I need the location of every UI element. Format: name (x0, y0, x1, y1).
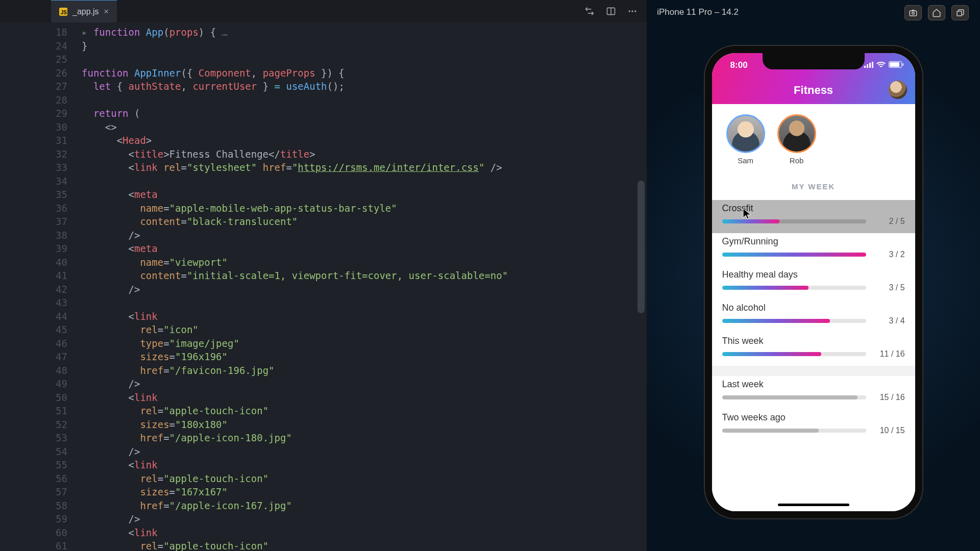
wifi-icon (876, 62, 886, 68)
status-bar-time: 8:00 (730, 60, 748, 70)
progress-fill (722, 352, 822, 356)
more-actions-icon[interactable] (627, 6, 638, 16)
progress-track (722, 286, 866, 290)
simulator-pane: iPhone 11 Pro – 14.2 8:00 Fitness (647, 0, 980, 551)
friend-sam[interactable]: Sam (726, 114, 765, 165)
goal-label: This week (722, 336, 905, 346)
svg-rect-4 (910, 11, 917, 16)
goal-row[interactable]: Gym/Running 3 / 2 (712, 233, 915, 266)
goal-label: Crossfit (722, 203, 905, 214)
goal-row[interactable]: This week 11 / 16 (712, 333, 915, 366)
goal-count: 10 / 15 (874, 426, 905, 435)
split-editor-icon[interactable] (606, 6, 616, 16)
svg-rect-6 (957, 11, 962, 16)
simulator-device-label: iPhone 11 Pro – 14.2 (657, 7, 739, 17)
friend-rob[interactable]: Rob (777, 114, 816, 165)
goal-label: Two weeks ago (722, 412, 905, 423)
iphone-device-frame: 8:00 Fitness Sam Rob (704, 45, 923, 519)
status-bar-icons (864, 61, 902, 68)
goals-list: Crossfit 2 / 5 Gym/Running 3 / 2 Healthy… (712, 200, 915, 333)
goal-count: 2 / 5 (874, 217, 905, 226)
progress-track (722, 319, 866, 323)
device-notch (763, 53, 865, 69)
scrollbar-thumb[interactable] (638, 181, 645, 313)
summary-block: This week 11 / 16 (712, 333, 915, 366)
friend-name: Rob (790, 156, 804, 165)
progress-track (722, 253, 866, 257)
code-area[interactable]: 18 24 25 26 27 28 29 30 31 32 33 34 35 3… (0, 22, 647, 551)
goal-label: Gym/Running (722, 236, 905, 247)
friend-name: Sam (738, 156, 753, 165)
home-indicator[interactable] (778, 504, 849, 506)
goal-count: 3 / 5 (874, 283, 905, 292)
goal-count: 3 / 4 (874, 316, 905, 325)
screenshot-button[interactable] (904, 5, 922, 20)
line-number-gutter: 18 24 25 26 27 28 29 30 31 32 33 34 35 3… (0, 26, 82, 551)
battery-icon (889, 61, 902, 68)
section-gap (712, 366, 915, 376)
history-block: Last week 15 / 16 Two weeks ago 10 / 15 (712, 376, 915, 442)
goal-label: No alcohol (722, 303, 905, 313)
progress-fill (722, 286, 808, 290)
goal-row[interactable]: Last week 15 / 16 (712, 376, 915, 409)
editor-tab[interactable]: JS _app.js × (51, 0, 117, 22)
progress-fill (722, 429, 819, 433)
progress-track (722, 352, 866, 356)
progress-track (722, 429, 866, 433)
svg-rect-7 (864, 66, 866, 68)
svg-point-2 (632, 10, 633, 12)
layers-button[interactable] (951, 5, 969, 20)
app-body: Sam Rob MY WEEK Crossfit 2 / 5 Gym/Runni… (712, 104, 915, 511)
goal-label: Healthy meal days (722, 269, 905, 280)
goal-label: Last week (722, 379, 905, 390)
iphone-screen[interactable]: 8:00 Fitness Sam Rob (712, 53, 915, 511)
code-content[interactable]: ▸ function App(props) { … } function App… (82, 26, 647, 551)
cellular-signal-icon (864, 62, 873, 68)
goal-row[interactable]: Two weeks ago 10 / 15 (712, 409, 915, 442)
compare-icon[interactable] (584, 6, 595, 16)
progress-fill (722, 253, 866, 257)
progress-track (722, 395, 866, 399)
progress-fill (722, 395, 857, 399)
editor-tab-bar: JS _app.js × (0, 0, 647, 22)
goal-row[interactable]: Crossfit 2 / 5 (712, 200, 915, 233)
section-title-myweek: MY WEEK (712, 172, 915, 200)
js-file-icon: JS (59, 8, 67, 16)
svg-point-3 (634, 10, 636, 12)
progress-fill (722, 219, 780, 223)
progress-fill (722, 319, 830, 323)
simulator-toolbar: iPhone 11 Pro – 14.2 (647, 0, 980, 24)
friends-row: Sam Rob (712, 104, 915, 172)
profile-avatar[interactable] (889, 81, 907, 99)
close-tab-icon[interactable]: × (104, 7, 109, 16)
progress-track (722, 219, 866, 223)
code-editor-pane: JS _app.js × 18 24 25 26 27 28 29 30 31 … (0, 0, 647, 551)
goal-row[interactable]: Healthy meal days 3 / 5 (712, 266, 915, 299)
app-title: Fitness (794, 84, 833, 97)
home-button[interactable] (928, 5, 945, 20)
goal-count: 15 / 16 (874, 393, 905, 402)
tab-filename: _app.js (72, 7, 99, 16)
goal-count: 3 / 2 (874, 250, 905, 259)
svg-point-5 (912, 12, 915, 15)
svg-point-1 (629, 10, 630, 12)
editor-tab-actions (584, 0, 638, 22)
goal-count: 11 / 16 (874, 349, 905, 359)
svg-rect-10 (872, 62, 873, 68)
goal-row[interactable]: No alcohol 3 / 4 (712, 299, 915, 333)
svg-rect-9 (869, 63, 871, 68)
svg-rect-8 (867, 64, 868, 68)
